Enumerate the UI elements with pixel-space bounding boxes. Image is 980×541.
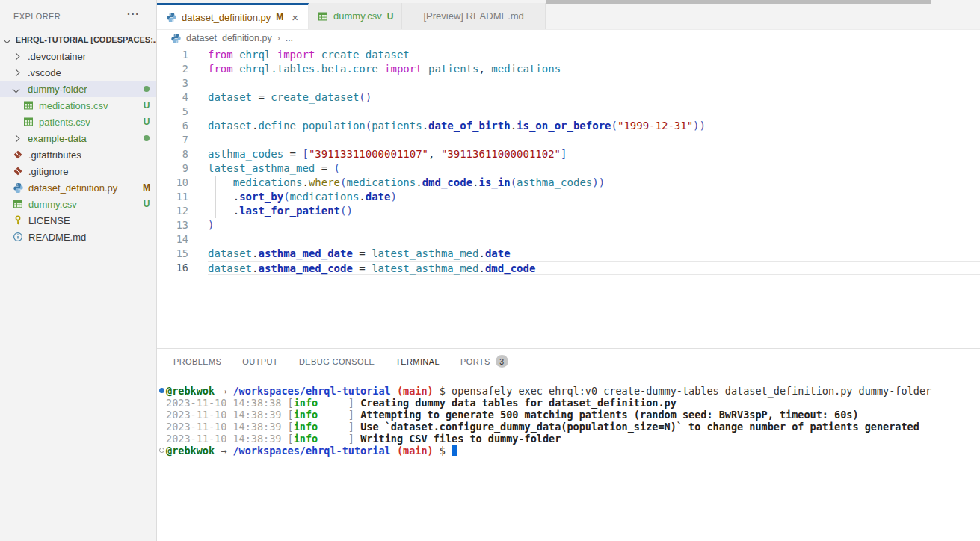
breadcrumb-file[interactable]: dataset_definition.py (186, 33, 272, 43)
code-line[interactable]: 13) (157, 218, 980, 232)
terminal-log-line: 2023-11-10 14:38:38 [info ] Creating dum… (157, 397, 980, 409)
tree-item[interactable]: dummy.csvU (0, 196, 156, 212)
tree-item[interactable]: README.md (0, 229, 156, 245)
log-level: info (294, 409, 318, 421)
ports-count-badge: 3 (496, 355, 508, 368)
git-status-badge: U (137, 199, 156, 209)
log-timestamp: 2023-11-10 14:38:39 (166, 433, 288, 445)
code-editor[interactable]: 1from ehrql import create_dataset2from e… (157, 46, 980, 348)
panel-tab-problems[interactable]: PROBLEMS (173, 349, 221, 374)
tree-item-label: patients.csv (39, 117, 137, 128)
terminal-log-line: 2023-11-10 14:38:39 [info ] Attempting t… (157, 409, 980, 421)
command-pending-icon (159, 448, 164, 453)
code-line[interactable]: 2from ehrql.tables.beta.core import pati… (157, 62, 980, 76)
explorer-sidebar: EXPLORER ··· EHRQL-TUTORIAL [CODESPACES:… (0, 0, 157, 541)
token: "39113611000001102" (441, 148, 561, 160)
tree-item-label: example-data (28, 133, 137, 144)
panel-tab-ports[interactable]: PORTS3 (460, 349, 508, 374)
tree-item[interactable]: dummy-folder (0, 81, 156, 97)
code-line[interactable]: 12 .last_for_patient() (157, 204, 980, 218)
tab-dataset-definition-py[interactable]: dataset_definition.pyM× (157, 3, 309, 29)
token: ] (561, 148, 567, 160)
code-line[interactable]: 11 .sort_by(medications.date) (157, 190, 980, 204)
panel-tab-terminal[interactable]: TERMINAL (395, 349, 440, 374)
panel-tab-debug-console[interactable]: DEBUG CONSOLE (299, 349, 375, 374)
token: = (353, 247, 372, 259)
terminal-user: @rebkwok (166, 445, 215, 457)
code-line[interactable]: 10 medications.where(medications.dmd_cod… (157, 176, 980, 190)
terminal-path: /workspaces/ehrql-tutorial (232, 385, 390, 397)
code-line[interactable]: 9latest_asthma_med = ( (157, 161, 980, 176)
tree-item[interactable]: .gitignore (0, 163, 156, 179)
token: medications (290, 191, 360, 203)
line-number: 2 (157, 62, 188, 76)
code-line[interactable]: 4dataset = create_dataset() (157, 90, 980, 105)
python-icon (170, 32, 182, 44)
line-content: from ehrql.tables.beta.core import patie… (208, 62, 980, 76)
panel-tab-label: PROBLEMS (173, 357, 221, 366)
log-level: info (294, 433, 318, 445)
panel-tab-output[interactable]: OUTPUT (242, 349, 278, 374)
token: . (302, 176, 308, 188)
log-bracket: [ (288, 421, 294, 433)
tree-item[interactable]: .vscode (0, 64, 156, 81)
explorer-header: EXPLORER ··· (0, 0, 156, 28)
token: , (478, 63, 491, 75)
code-line[interactable]: 15dataset.asthma_med_date = latest_asthm… (157, 247, 980, 261)
code-line[interactable]: 6dataset.define_population(patients.date… (157, 119, 980, 133)
line-content: dataset.define_population(patients.date_… (208, 119, 980, 133)
token: medications (233, 176, 303, 188)
tree-item[interactable]: LICENSE (0, 212, 156, 229)
line-number: 9 (157, 161, 188, 176)
tabbar-scrollbar-thumb[interactable] (546, 0, 931, 4)
tab-label: [Preview] README.md (423, 10, 523, 22)
code-line[interactable]: 7 (157, 133, 980, 147)
explorer-actions-icon[interactable]: ··· (127, 8, 140, 20)
log-timestamp: 2023-11-10 14:38:38 (166, 397, 288, 409)
tree-root-folder[interactable]: EHRQL-TUTORIAL [CODESPACES:... (0, 31, 156, 48)
code-line[interactable]: 3 (157, 76, 980, 90)
token: "39113311000001107" (309, 148, 428, 160)
tree-item-label: medications.csv (39, 100, 137, 111)
code-line[interactable]: 16dataset.asthma_med_code = latest_asthm… (157, 261, 980, 275)
line-content: from ehrql import create_dataset (208, 48, 980, 62)
terminal[interactable]: @rebkwok → /workspaces/ehrql-tutorial (m… (157, 385, 980, 457)
token: ( (611, 120, 617, 132)
token: dataset (208, 120, 252, 132)
tab-dummy-csv[interactable]: dummy.csvU (309, 3, 402, 29)
tree-item[interactable]: medications.csvU (0, 97, 156, 114)
line-content (208, 76, 980, 90)
close-icon[interactable]: × (290, 12, 300, 23)
tree-item[interactable]: .gitattributes (0, 146, 156, 163)
token: from (208, 63, 233, 75)
code-line[interactable]: 14 (157, 232, 980, 247)
code-line[interactable]: 5 (157, 105, 980, 119)
python-icon (165, 11, 177, 23)
token (271, 49, 277, 61)
tree-item[interactable]: example-data (0, 130, 156, 146)
token: , (428, 148, 441, 160)
chevron-down-icon (13, 85, 20, 93)
line-number: 15 (157, 247, 188, 261)
token: import (384, 63, 422, 75)
token: define_population (258, 120, 365, 132)
terminal-branch: (main) (391, 385, 434, 397)
tree-item[interactable]: patients.csvU (0, 114, 156, 130)
line-content (208, 232, 980, 247)
code-line[interactable]: 1from ehrql import create_dataset (157, 48, 980, 62)
command-success-icon (159, 388, 164, 393)
token: . (478, 247, 484, 259)
tree-item[interactable]: .devcontainer (0, 48, 156, 64)
terminal-path: /workspaces/ehrql-tutorial (232, 445, 390, 457)
line-content: dataset.asthma_med_code = latest_asthma_… (208, 261, 980, 275)
tree-item[interactable]: dataset_definition.pyM (0, 179, 156, 196)
token: from (208, 49, 233, 61)
token: = (252, 91, 271, 103)
chevron-right-icon (13, 135, 20, 142)
tab--preview-readme-md[interactable]: [Preview] README.md (402, 3, 545, 29)
breadcrumb-more[interactable]: ... (286, 33, 293, 43)
chevron-down-icon (4, 36, 11, 43)
code-line[interactable]: 8asthma_codes = ["39113311000001107", "3… (157, 147, 980, 161)
terminal-user: @rebkwok (166, 385, 215, 397)
line-content: medications.where(medications.dmd_code.i… (208, 176, 980, 190)
